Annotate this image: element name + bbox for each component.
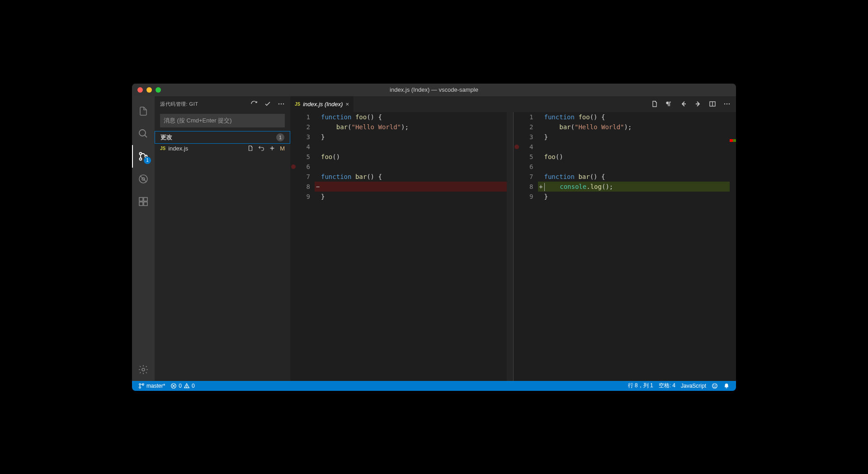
js-file-icon: JS — [295, 102, 300, 107]
file-name: index.js — [168, 145, 245, 152]
check-icon — [264, 100, 271, 108]
editor-more-action[interactable] — [723, 100, 731, 108]
changes-count: 1 — [276, 133, 284, 141]
maximize-window-button[interactable] — [156, 87, 161, 93]
status-notifications[interactable] — [721, 383, 732, 389]
ellipsis-icon — [278, 100, 285, 108]
status-spaces[interactable]: 空格: 4 — [656, 382, 678, 390]
commit-button[interactable] — [264, 100, 271, 108]
changed-file-item[interactable]: JS index.js M — [155, 144, 290, 153]
main-area: 1 源代码管理: GIT — [132, 96, 736, 381]
status-branch[interactable]: master* — [136, 383, 168, 389]
file-actions: M — [247, 145, 285, 152]
next-change-action[interactable] — [694, 100, 702, 108]
svg-rect-11 — [144, 202, 147, 206]
status-problems[interactable]: 0 0 — [168, 383, 197, 389]
tab-bar: JS index.js (Index) × — [290, 96, 736, 112]
open-file-button[interactable] — [247, 145, 254, 152]
smiley-icon — [712, 383, 718, 389]
split-icon — [709, 100, 716, 108]
svg-point-34 — [714, 385, 714, 385]
files-icon — [138, 106, 149, 117]
changes-label: 更改 — [160, 133, 276, 141]
activity-settings[interactable] — [132, 358, 155, 381]
svg-point-15 — [283, 103, 284, 104]
diff-editor[interactable]: 123456789 − function foo() { bar("Hello … — [290, 112, 736, 381]
arrow-right-icon — [694, 100, 702, 108]
vscode-window: index.js (Index) — vscode-sample 1 — [132, 84, 736, 391]
goto-file-icon — [651, 100, 658, 108]
split-editor-action[interactable] — [709, 100, 716, 108]
commit-message-input[interactable] — [160, 114, 285, 127]
svg-point-22 — [724, 103, 725, 104]
gear-icon — [138, 364, 149, 375]
editor-actions — [646, 96, 736, 112]
svg-point-33 — [712, 383, 717, 388]
open-file-action[interactable] — [651, 100, 658, 108]
pilcrow-icon — [665, 100, 673, 108]
svg-line-6 — [140, 176, 146, 182]
scm-sidebar: 源代码管理: GIT 更改 1 JS index.js M — [155, 96, 290, 381]
status-language[interactable]: JavaScript — [678, 383, 709, 389]
prev-change-action[interactable] — [680, 100, 687, 108]
error-icon — [170, 383, 177, 389]
status-cursor[interactable]: 行 8，列 1 — [625, 382, 656, 390]
extensions-icon — [138, 196, 149, 207]
plus-icon — [269, 145, 275, 151]
ellipsis-icon — [723, 100, 731, 108]
activity-extensions[interactable] — [132, 190, 155, 213]
svg-point-14 — [281, 103, 282, 104]
more-actions-button[interactable] — [278, 100, 285, 108]
discard-changes-button[interactable] — [258, 145, 264, 152]
bell-icon — [723, 383, 730, 389]
minimize-window-button[interactable] — [146, 87, 152, 93]
toggle-whitespace-action[interactable] — [665, 100, 673, 108]
stage-changes-button[interactable] — [269, 145, 275, 152]
search-icon — [138, 128, 149, 139]
refresh-button[interactable] — [250, 100, 258, 108]
refresh-icon — [250, 100, 258, 108]
debug-icon — [138, 174, 149, 184]
diff-original-pane[interactable]: 123456789 − function foo() { bar("Hello … — [290, 112, 514, 381]
git-branch-icon — [138, 383, 145, 389]
svg-rect-8 — [139, 197, 143, 201]
scm-header-title: 源代码管理: GIT — [160, 101, 250, 108]
scm-badge: 1 — [144, 157, 151, 164]
window-title: index.js (Index) — vscode-sample — [390, 86, 478, 93]
diff-modified-pane[interactable]: 123456789 + function foo() { bar("Hello … — [514, 112, 736, 381]
tab-close-button[interactable]: × — [345, 101, 349, 108]
arrow-left-icon — [680, 100, 687, 108]
svg-point-0 — [139, 130, 146, 136]
svg-rect-9 — [144, 197, 147, 201]
svg-point-2 — [140, 152, 142, 155]
titlebar: index.js (Index) — vscode-sample — [132, 84, 736, 96]
tab-title: index.js (Index) — [303, 101, 343, 108]
close-window-button[interactable] — [137, 87, 143, 93]
overview-ruler[interactable] — [730, 112, 736, 381]
svg-rect-10 — [139, 202, 143, 206]
changes-section-header[interactable]: 更改 1 — [155, 131, 290, 144]
svg-point-32 — [187, 387, 187, 387]
svg-point-13 — [278, 103, 279, 104]
window-controls — [132, 87, 161, 93]
scm-header-actions — [250, 100, 285, 108]
svg-point-24 — [729, 103, 730, 104]
svg-point-3 — [140, 158, 142, 160]
editor-tab[interactable]: JS index.js (Index) × — [290, 96, 354, 112]
activity-scm[interactable]: 1 — [132, 145, 155, 168]
svg-point-25 — [139, 383, 141, 385]
svg-line-1 — [145, 135, 147, 137]
js-file-icon: JS — [160, 146, 165, 151]
statusbar: master* 0 0 行 8，列 1 空格: 4 JavaScript — [132, 381, 736, 391]
activity-debug[interactable] — [132, 168, 155, 190]
svg-point-12 — [142, 368, 145, 371]
editor-area: JS index.js (Index) × 123456789 — [290, 96, 736, 381]
activity-explorer[interactable] — [132, 100, 155, 122]
status-feedback[interactable] — [709, 383, 721, 389]
svg-point-35 — [715, 385, 716, 385]
scrollbar[interactable] — [507, 112, 513, 381]
undo-icon — [258, 145, 264, 151]
file-status: M — [280, 145, 285, 152]
activity-search[interactable] — [132, 122, 155, 145]
activity-bar: 1 — [132, 96, 155, 381]
